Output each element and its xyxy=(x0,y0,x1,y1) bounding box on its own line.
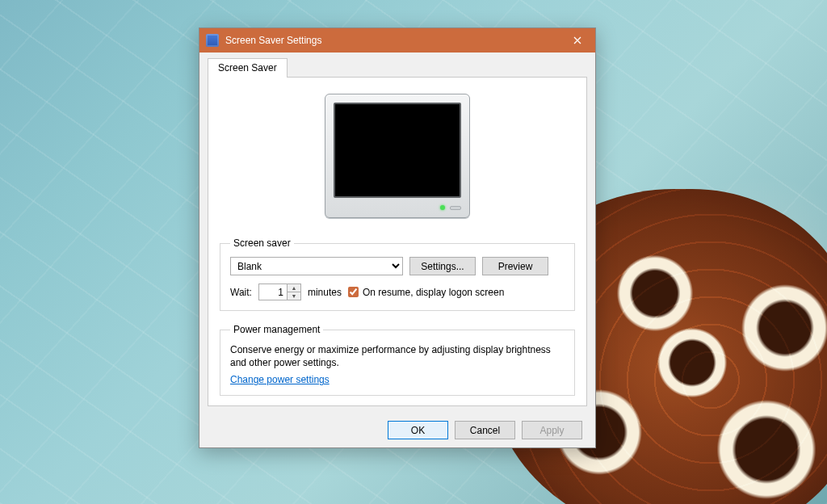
cancel-label: Cancel xyxy=(470,425,500,436)
screen-saver-settings-dialog: Screen Saver Settings Screen Saver xyxy=(199,27,596,448)
group-screen-saver-legend: Screen saver xyxy=(230,237,294,249)
app-icon xyxy=(206,34,219,47)
monitor-screen xyxy=(334,103,461,198)
minutes-label: minutes xyxy=(308,287,342,298)
tab-page: Screen saver Blank Settings... Preview W… xyxy=(208,78,587,406)
apply-button[interactable]: Apply xyxy=(522,421,582,439)
cancel-button[interactable]: Cancel xyxy=(455,421,515,439)
spin-down-button[interactable]: ▼ xyxy=(288,292,300,300)
apply-label: Apply xyxy=(539,425,564,436)
power-button-icon xyxy=(450,206,461,210)
ok-button[interactable]: OK xyxy=(388,421,448,439)
screensaver-dropdown[interactable]: Blank xyxy=(230,257,403,275)
change-power-settings-link[interactable]: Change power settings xyxy=(230,374,330,385)
window-title: Screen Saver Settings xyxy=(225,35,552,46)
dialog-button-row: OK Cancel Apply xyxy=(208,413,587,439)
spin-up-button[interactable]: ▲ xyxy=(288,284,300,292)
power-led-icon xyxy=(440,205,445,210)
tab-screen-saver[interactable]: Screen Saver xyxy=(208,58,288,78)
resume-checkbox[interactable] xyxy=(348,287,359,297)
titlebar[interactable]: Screen Saver Settings xyxy=(199,28,595,52)
ok-label: OK xyxy=(411,425,425,436)
preview-area xyxy=(220,89,575,234)
wait-spinner[interactable]: ▲ ▼ xyxy=(258,284,301,300)
group-power-legend: Power management xyxy=(230,324,323,335)
group-power-management: Power management Conserve energy or maxi… xyxy=(220,324,575,396)
link-text: Change power settings xyxy=(230,374,330,385)
group-screen-saver: Screen saver Blank Settings... Preview W… xyxy=(220,237,575,311)
tab-label: Screen Saver xyxy=(218,62,277,74)
close-button[interactable] xyxy=(559,28,595,52)
resume-text: On resume, display logon screen xyxy=(363,287,504,298)
tabstrip: Screen Saver xyxy=(208,57,587,78)
wait-input[interactable] xyxy=(259,284,287,300)
wait-label: Wait: xyxy=(230,287,252,298)
close-icon xyxy=(573,36,581,44)
client-area: Screen Saver Screen saver Blank xyxy=(199,52,595,447)
spinner-arrows: ▲ ▼ xyxy=(287,284,300,300)
preview-button[interactable]: Preview xyxy=(482,257,548,275)
settings-button[interactable]: Settings... xyxy=(409,257,476,275)
resume-checkbox-label[interactable]: On resume, display logon screen xyxy=(348,287,504,298)
monitor-preview xyxy=(325,94,470,218)
preview-button-label: Preview xyxy=(498,261,533,272)
settings-button-label: Settings... xyxy=(421,261,464,272)
power-description: Conserve energy or maximize performance … xyxy=(230,343,565,369)
monitor-base xyxy=(334,198,461,212)
